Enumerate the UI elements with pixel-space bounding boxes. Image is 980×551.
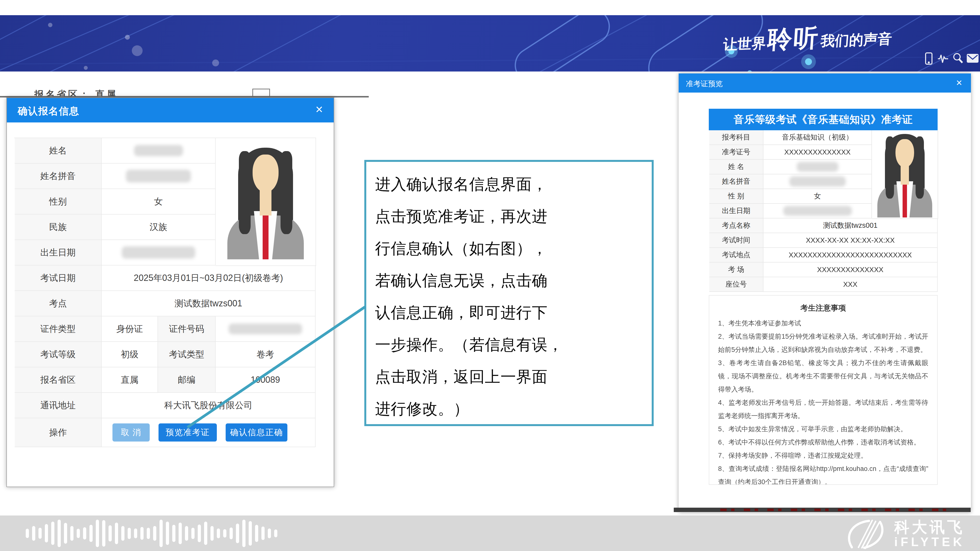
iflytek-swoosh-icon xyxy=(843,518,890,549)
row-value: 初级 xyxy=(102,342,158,367)
ticket-row: 考试时间 XXXX-XX-XX XX:XX-XX:XX xyxy=(709,233,938,248)
row-value-masked xyxy=(102,240,216,265)
slogan-part-1: 让世界 xyxy=(723,35,767,53)
row-label: 考试时间 xyxy=(709,233,764,248)
brand-name-zh: 科大讯飞 xyxy=(894,520,965,535)
row-label: 出生日期 xyxy=(709,204,764,218)
close-icon[interactable]: × xyxy=(956,77,962,89)
row-label: 姓 名 xyxy=(709,160,764,175)
ticket-photo-cell xyxy=(872,130,938,219)
notes-title: 考生注意事项 xyxy=(718,303,928,313)
top-banner: 让世界 聆听 我们的声音 xyxy=(0,15,980,71)
row-value: XXXXXXXXXXXXXX xyxy=(764,145,872,160)
row-label: 考试等级 xyxy=(15,342,102,367)
row-label: 姓名拼音 xyxy=(15,164,102,189)
row-label: 考试地点 xyxy=(709,248,764,262)
row-label: 性 别 xyxy=(709,189,764,204)
waveform-icon xyxy=(938,55,948,63)
note-item: 7、保持考场安静，不得喧哗，违者江按规定处理。 xyxy=(718,449,928,462)
preview-ticket-button[interactable]: 预览准考证 xyxy=(159,423,217,441)
preview-panel-header: 准考证预览 × xyxy=(679,73,971,92)
close-icon[interactable]: × xyxy=(315,102,323,117)
actions-cell: 取 消 预览准考证 确认信息正确 xyxy=(102,418,315,447)
row-value-masked xyxy=(764,175,872,189)
row-value-2: 100089 xyxy=(216,367,315,393)
modal-header: 确认报名信息 × xyxy=(7,98,334,122)
row-label-2: 考试类型 xyxy=(158,342,216,367)
row-value: 女 xyxy=(764,189,872,204)
registration-table: 姓名 姓名拼音 性别 女 民族 汉族 出生日期 xyxy=(14,138,316,138)
footer: 科大讯飞 iFLYTEK xyxy=(0,516,980,551)
row-value: 直属 xyxy=(102,367,158,393)
ticket-preview-panel: 准考证预览 × 音乐等级考试《音乐基础知识》准考证 报考科目 音乐基础知识（初级… xyxy=(679,73,971,512)
iflytek-logo: 科大讯飞 iFLYTEK xyxy=(843,518,965,549)
row-value: 汉族 xyxy=(102,214,216,240)
row-value-masked xyxy=(764,160,872,175)
background-partial-row: 报名省区： 直属 xyxy=(34,88,118,97)
slogan-part-3: 我们的声音 xyxy=(820,30,892,49)
table-row: 考点 测试数据twzs001 xyxy=(15,291,315,316)
row-label: 民族 xyxy=(15,214,102,240)
table-row: 证件类型 身份证 证件号码 xyxy=(15,316,315,342)
table-row: 考试日期 2025年03月01日~03月02日(初级卷考) xyxy=(15,265,315,291)
row-label: 准考证号 xyxy=(709,145,764,160)
note-item: 8、查询考试成绩：登陆报名网站http://pmt.kouhao.cn，点击“成… xyxy=(718,462,928,485)
masked-value xyxy=(134,145,183,156)
modal-title: 确认报名信息 xyxy=(18,104,80,118)
row-label-2: 证件号码 xyxy=(158,316,216,342)
clipped-red-text-bar xyxy=(674,508,971,512)
note-item: 5、考试中如发生异常情况，可举手示意，由监考老师协助解决。 xyxy=(718,422,928,436)
brand-name-en: iFLYTEK xyxy=(894,536,965,548)
row-value: 身份证 xyxy=(102,316,158,342)
table-row: 报名省区 直属 邮编 100089 xyxy=(15,367,315,393)
note-item: 6、考试中不得以任何方式作弊或帮助他人作弊，违者取消考试资格。 xyxy=(718,436,928,449)
mail-icon xyxy=(967,54,978,62)
table-row: 通讯地址 科大讯飞股份有限公司 xyxy=(15,393,315,418)
slogan-part-2: 聆听 xyxy=(766,23,821,54)
ticket-row: 座位号 XXX xyxy=(709,277,938,292)
row-value: XXX xyxy=(764,277,938,292)
search-icon xyxy=(954,54,963,63)
row-label: 考点名称 xyxy=(709,218,764,233)
ticket-row: 考 场 XXXXXXXXXXXXXX xyxy=(709,262,938,277)
masked-value xyxy=(797,162,838,171)
row-value: 科大讯飞股份有限公司 xyxy=(102,393,315,418)
row-label: 姓名 xyxy=(15,138,102,164)
row-value: XXXX-XX-XX XX:XX-XX:XX xyxy=(764,233,938,248)
note-item: 2、考试当场需要提前15分钟凭准考证检录入场。考试准时开始，考试开始前5分钟禁止… xyxy=(718,330,928,356)
applicant-photo xyxy=(224,144,307,259)
row-label: 通讯地址 xyxy=(15,393,102,418)
row-value-masked xyxy=(102,138,216,164)
ticket-title: 音乐等级考试《音乐基础知识》准考证 xyxy=(709,109,938,130)
row-value-masked xyxy=(102,164,216,189)
preview-panel-title: 准考证预览 xyxy=(686,79,723,89)
cancel-button[interactable]: 取 消 xyxy=(113,423,150,441)
table-row-actions: 操作 取 消 预览准考证 确认信息正确 xyxy=(15,418,315,447)
masked-value xyxy=(229,324,302,334)
row-value-masked xyxy=(216,316,315,342)
row-label: 报考科目 xyxy=(709,130,764,145)
row-label: 证件类型 xyxy=(15,316,102,342)
note-item: 1、考生凭本准考证参加考试 xyxy=(718,317,928,330)
row-value-2: 卷考 xyxy=(216,342,315,367)
masked-value xyxy=(783,206,852,216)
row-value: 测试数据twzs001 xyxy=(764,218,938,233)
row-label: 考 场 xyxy=(709,262,764,277)
confirm-info-button[interactable]: 确认信息正确 xyxy=(226,423,287,441)
mobile-icon xyxy=(926,53,932,64)
row-value: XXXXXXXXXXXXXX xyxy=(764,262,938,277)
page: 让世界 聆听 我们的声音 xyxy=(0,0,980,551)
instruction-callout: 进入确认报名信息界面， 点击预览准考证，再次进 行信息确认（如右图）， 若确认信… xyxy=(364,160,654,426)
row-label: 座位号 xyxy=(709,277,764,292)
candidate-notes: 考生注意事项 1、考生凭本准考证参加考试 2、考试当场需要提前15分钟凭准考证检… xyxy=(709,295,938,485)
row-label: 姓名拼音 xyxy=(709,175,764,189)
row-label-2: 邮编 xyxy=(158,367,216,393)
table-row: 考试等级 初级 考试类型 卷考 xyxy=(15,342,315,367)
banner-slogan: 让世界 聆听 我们的声音 xyxy=(722,19,893,58)
row-value: 女 xyxy=(102,189,216,214)
row-label: 考试日期 xyxy=(15,265,102,291)
applicant-photo-cell xyxy=(216,138,316,266)
row-label: 考点 xyxy=(15,291,102,316)
row-value: 音乐基础知识（初级） xyxy=(764,130,872,145)
ticket-row: 考点名称 测试数据twzs001 xyxy=(709,218,938,233)
